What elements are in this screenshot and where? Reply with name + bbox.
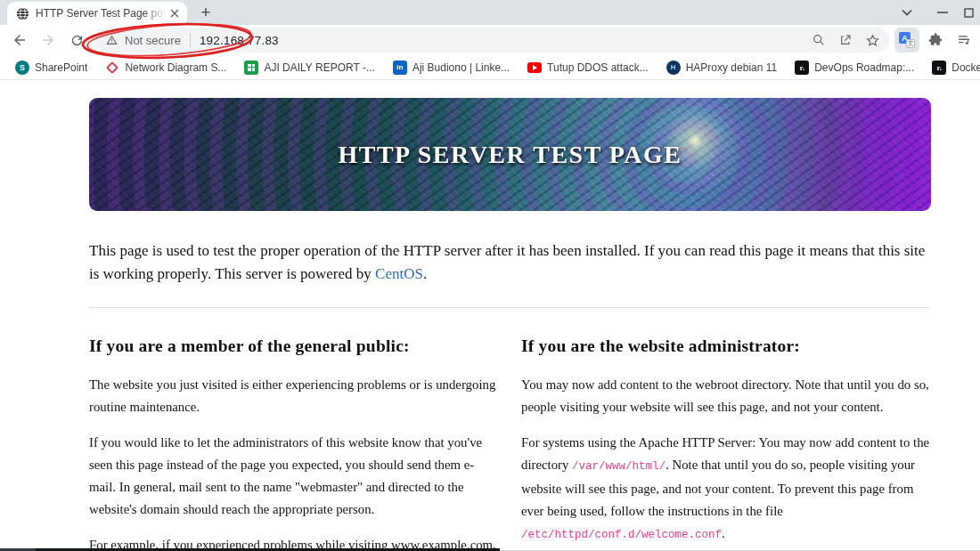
website-administrator-heading: If you are the website administrator: xyxy=(521,336,931,356)
roadmap-sh-icon: r. xyxy=(795,61,809,75)
bookmark-docker-roadmap[interactable]: r. Docker Roadmap -... xyxy=(926,58,980,77)
browser-toolbar: Not secure 192.168.77.83 A 文 xyxy=(0,25,980,55)
bookmark-network-diagram[interactable]: Network Diagram S... xyxy=(99,58,233,77)
youtube-icon xyxy=(527,62,542,73)
paragraph: If you would like to let the administrat… xyxy=(89,432,501,521)
intro-paragraph: This page is used to test the proper ope… xyxy=(89,239,930,286)
url-text[interactable]: 192.168.77.83 xyxy=(200,34,279,47)
share-icon[interactable] xyxy=(838,33,853,47)
sharepoint-icon: S xyxy=(15,61,29,75)
horizontal-rule xyxy=(89,307,930,308)
globe-favicon-icon xyxy=(16,7,29,20)
address-bar[interactable]: Not secure 192.168.77.83 xyxy=(94,28,889,53)
inline-code: /etc/httpd/conf.d/welcome.conf xyxy=(521,529,722,541)
paragraph: The website you just visited is either e… xyxy=(89,374,501,418)
security-label: Not secure xyxy=(125,34,181,47)
general-public-section: If you are a member of the general publi… xyxy=(89,336,501,551)
bookmark-linkedin[interactable]: in Aji Budiono | Linke... xyxy=(387,58,516,77)
tab-search-chevron-icon[interactable] xyxy=(889,0,925,25)
bookmark-star-icon[interactable] xyxy=(865,33,880,48)
forward-button[interactable] xyxy=(34,26,62,54)
drawio-diamond-icon xyxy=(105,61,119,75)
test-page-banner-image: HTTP SERVER TEST PAGE xyxy=(89,98,931,211)
page-viewport: HTTP SERVER TEST PAGE This page is used … xyxy=(0,80,980,551)
media-controls-icon[interactable] xyxy=(951,28,976,53)
paragraph: You may now add content to the webroot d… xyxy=(521,374,931,418)
website-administrator-section: If you are the website administrator: Yo… xyxy=(521,336,931,551)
bookmark-sharepoint[interactable]: S SharePoint xyxy=(9,58,94,77)
reload-button[interactable] xyxy=(62,26,91,54)
maximize-button[interactable] xyxy=(960,0,980,25)
general-public-heading: If you are a member of the general publi… xyxy=(89,336,501,356)
warning-triangle-icon xyxy=(105,34,118,46)
bookmark-haproxy[interactable]: H HAProxy debian 11 xyxy=(660,58,784,77)
bookmark-aji-daily-report[interactable]: AJI DAILY REPORT -... xyxy=(238,58,380,77)
extensions-puzzle-icon[interactable] xyxy=(923,28,948,53)
bookmark-devops-roadmap[interactable]: r. DevOps Roadmap:... xyxy=(788,58,920,77)
linkedin-icon: in xyxy=(393,61,407,75)
bookmark-youtube[interactable]: Tutup DDOS attack... xyxy=(521,59,655,77)
translate-icon[interactable]: A 文 xyxy=(894,28,919,53)
minimize-button[interactable] xyxy=(925,0,960,25)
security-chip[interactable]: Not secure xyxy=(105,34,181,47)
google-sheets-icon xyxy=(244,61,258,75)
inline-code: /var/www/html/ xyxy=(572,460,666,473)
roadmap-sh-icon: r. xyxy=(932,61,946,75)
paragraph: For systems using the Apache HTTP Server… xyxy=(521,432,931,547)
tab-title: HTTP Server Test Page powered xyxy=(36,7,167,20)
tab-close-icon[interactable] xyxy=(167,6,182,21)
back-button[interactable] xyxy=(5,26,34,54)
browser-window: HTTP Server Test Page powered + xyxy=(0,0,980,551)
bookmarks-bar: S SharePoint Network Diagram S... AJI DA… xyxy=(0,55,980,80)
banner-title: HTTP SERVER TEST PAGE xyxy=(89,98,931,211)
browser-tab[interactable]: HTTP Server Test Page powered xyxy=(7,2,187,25)
centos-link[interactable]: CentOS xyxy=(375,265,423,282)
tab-strip: HTTP Server Test Page powered + xyxy=(0,0,980,25)
haproxy-icon: H xyxy=(666,61,681,75)
new-tab-button[interactable]: + xyxy=(194,1,217,24)
zoom-indicator-icon[interactable] xyxy=(812,33,826,47)
omnibox-divider xyxy=(190,33,191,47)
